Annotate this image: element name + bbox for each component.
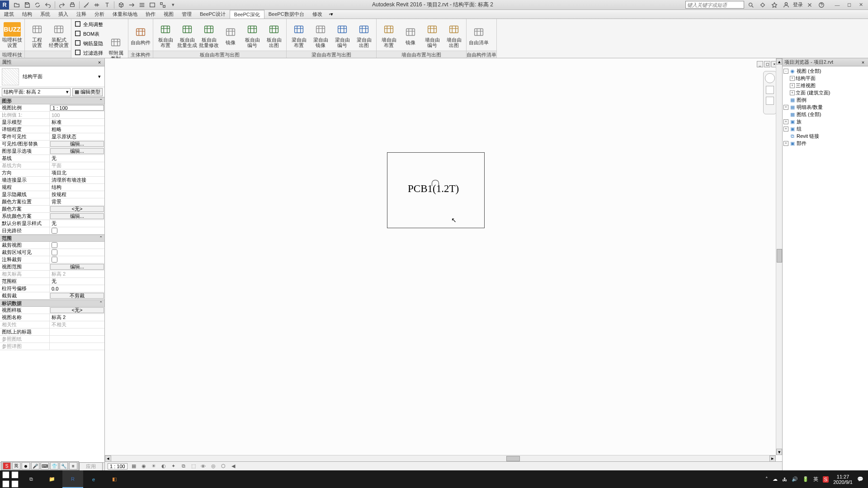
ribbon-板自由批量修改[interactable]: 板自由批量修改	[198, 20, 219, 50]
tree-node[interactable]: +结构平面	[783, 75, 867, 82]
menu-视图[interactable]: 视图	[160, 10, 178, 19]
ribbon-梁自由镜像[interactable]: 梁自由镜像	[310, 20, 331, 50]
prop-value[interactable]	[50, 227, 104, 234]
edit-type-button[interactable]: ▦ 编辑类型	[72, 88, 103, 96]
menu-注释[interactable]: 注释	[72, 10, 90, 19]
ribbon-板自由出图[interactable]: 板自由出图	[264, 20, 284, 50]
ribbon-工程设置[interactable]: 工程设置	[27, 20, 47, 50]
ribbon-过滤选择[interactable]: 过滤选择	[73, 48, 104, 57]
task-view-icon[interactable]: ⧉	[21, 470, 42, 488]
tray-clock[interactable]: 11:272020/9/1	[833, 474, 853, 485]
search-input[interactable]	[685, 1, 744, 9]
tray-onedrive-icon[interactable]: ☁	[773, 476, 778, 482]
revit-taskbar-icon[interactable]: R	[62, 470, 83, 488]
print-icon[interactable]	[68, 0, 77, 9]
view-max-icon[interactable]: ◻	[764, 61, 770, 67]
tree-twisty-icon[interactable]: +	[790, 83, 795, 88]
prop-value[interactable]: <无>	[50, 307, 104, 313]
ime-mic-icon[interactable]: 🎤	[31, 462, 39, 469]
chevron-down-icon[interactable]: ▾	[98, 74, 101, 80]
zoom-icon[interactable]	[766, 86, 774, 94]
prop-section-范围[interactable]: 范围ˆ	[0, 235, 104, 242]
navigation-bar[interactable]	[763, 71, 777, 114]
visual-style-icon[interactable]: ◉	[140, 463, 147, 470]
prop-value[interactable]: 无	[50, 220, 104, 227]
tray-battery-icon[interactable]: 🔋	[802, 476, 809, 482]
ribbon-板自由布置[interactable]: 板自由布置	[155, 20, 176, 50]
unhide-icon[interactable]: 👁	[200, 463, 207, 470]
vertical-scrollbar[interactable]: ▴▾	[776, 58, 782, 455]
tree-twisty-icon[interactable]: +	[790, 90, 795, 95]
sun-path-icon[interactable]: ☀	[150, 463, 157, 470]
user-icon[interactable]	[782, 0, 791, 9]
tray-sogou-icon[interactable]: S	[823, 476, 829, 483]
ribbon-墙自由出图[interactable]: 墙自由出图	[443, 20, 464, 50]
menu-结构[interactable]: 结构	[18, 10, 36, 19]
app-taskbar-icon[interactable]: ◧	[104, 470, 125, 488]
tree-twisty-icon[interactable]: -	[783, 69, 788, 74]
ribbon-梁自由出图[interactable]: 梁自由出图	[354, 20, 374, 50]
menu-BeePC数据中台[interactable]: BeePC数据中台	[264, 10, 308, 19]
help-icon[interactable]	[817, 0, 826, 9]
prop-value[interactable]	[50, 256, 104, 263]
dropdown-icon[interactable]: ▾	[169, 0, 178, 9]
tree-node[interactable]: ▦图例	[783, 96, 867, 103]
close-icon[interactable]: ✕	[855, 1, 866, 9]
star-icon[interactable]	[770, 0, 779, 9]
prop-value[interactable]: 按规程	[50, 191, 104, 198]
tree-node[interactable]: +▣组	[783, 125, 867, 132]
crop-view-icon[interactable]: ⧉	[180, 463, 187, 470]
ribbon-装配式经费设置[interactable]: 装配式经费设置	[48, 20, 69, 50]
prop-value[interactable]: 粗略	[50, 126, 104, 133]
menu-插入[interactable]: 插入	[54, 10, 72, 19]
tray-chevron-icon[interactable]: ˄	[765, 476, 768, 482]
rendering-icon[interactable]: ✦	[170, 463, 177, 470]
menu-建筑[interactable]: 建筑	[0, 10, 18, 19]
prop-value[interactable]: 显示原状态	[50, 133, 104, 140]
prop-value[interactable]: 0.0	[50, 285, 104, 292]
ribbon-自由构件[interactable]: 自由构件	[130, 20, 151, 50]
search-icon[interactable]	[746, 0, 755, 9]
exchange-icon[interactable]	[805, 0, 814, 9]
switch-icon[interactable]	[158, 0, 167, 9]
menu-管理[interactable]: 管理	[178, 10, 196, 19]
explorer-icon[interactable]: 📁	[42, 470, 62, 488]
ribbon-自由清单[interactable]: 自由清单	[468, 20, 489, 50]
tray-notifications-icon[interactable]: 💬	[857, 476, 863, 482]
ribbon-啦哩科技设置[interactable]: BUZZ啦哩科技设置	[2, 20, 23, 50]
tree-twisty-icon[interactable]: +	[783, 105, 788, 110]
menu-协作[interactable]: 协作	[142, 10, 160, 19]
undo-icon[interactable]	[43, 0, 52, 9]
ime-smiley-icon[interactable]: ☻	[22, 462, 30, 469]
canvas[interactable]: _ ◻ × PCB1(1.2T) ↖ ▴▾ ◂▸ 1 : 100 ▦ ◉ ☀ ◐…	[105, 58, 782, 470]
comm-icon[interactable]	[758, 0, 767, 9]
instance-combo[interactable]: 结构平面: 标高 2▾	[2, 88, 71, 96]
menu-BeePC深化[interactable]: BeePC深化	[230, 10, 264, 19]
align-icon[interactable]	[92, 0, 101, 9]
menu-分析[interactable]: 分析	[90, 10, 108, 19]
text-icon[interactable]	[103, 0, 112, 9]
prop-value[interactable]: 编辑...	[50, 264, 104, 270]
prop-value[interactable]: 背景	[50, 198, 104, 205]
prop-value[interactable]: 标准	[50, 119, 104, 126]
prop-value[interactable]: 项目北	[50, 169, 104, 176]
maximize-icon[interactable]: ◻	[844, 1, 854, 9]
tree-twisty-icon[interactable]: +	[783, 119, 788, 124]
browser-close-icon[interactable]: ×	[860, 60, 866, 65]
properties-close-icon[interactable]: ×	[96, 60, 103, 65]
app-logo[interactable]: R	[0, 0, 9, 9]
prop-section-标识数据[interactable]: 标识数据ˆ	[0, 300, 104, 307]
steering-wheel-icon[interactable]	[765, 73, 775, 83]
ime-skin-icon[interactable]: 👕	[50, 462, 58, 469]
prop-value[interactable]	[50, 328, 104, 335]
tree-node[interactable]: +三维视图	[783, 82, 867, 89]
open-icon[interactable]	[12, 0, 21, 9]
tree-node[interactable]: +▦明细表/数量	[783, 103, 867, 111]
menu-系统[interactable]: 系统	[36, 10, 54, 19]
tree-node[interactable]: -◉视图 (全部)	[783, 67, 867, 75]
menu-overflow[interactable]: ▫▾	[326, 10, 336, 19]
tree-twisty-icon[interactable]: +	[783, 141, 788, 146]
tree-node[interactable]: ▦图纸 (全部)	[783, 111, 867, 118]
prop-value[interactable]: 结构	[50, 184, 104, 191]
ime-keyboard-icon[interactable]: ⌨	[41, 462, 49, 469]
